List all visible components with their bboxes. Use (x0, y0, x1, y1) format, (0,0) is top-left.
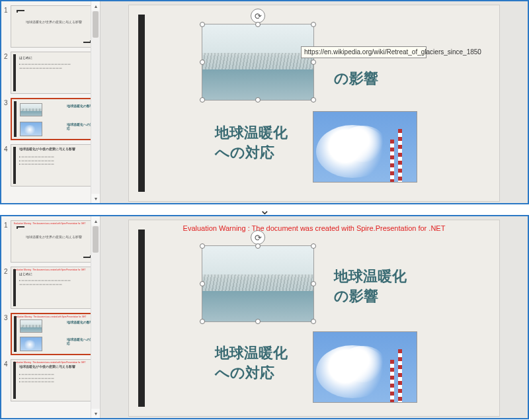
thumbnail-slide: Evaluation Warning : The document was cr… (11, 220, 97, 263)
resize-handle[interactable] (200, 319, 205, 324)
thumbnail-number: 4 (4, 144, 11, 187)
slide-canvas[interactable]: Evaluation Warning : The document was cr… (129, 220, 499, 416)
slide-accent-bar (138, 15, 145, 192)
caption-line: の影響 (334, 288, 378, 304)
thumbnail-number: 1 (4, 5, 11, 48)
thumbnail-warning: Evaluation Warning : The document was cr… (14, 269, 95, 271)
image-glacier-selected[interactable]: ⟳ (202, 245, 314, 322)
resize-handle[interactable] (200, 60, 205, 65)
resize-handle[interactable] (255, 319, 261, 324)
thumbnail-warning: Evaluation Warning : The document was cr… (14, 361, 95, 364)
thumbnail-slide: 地球温暖化が今後の産業に与える影響 • ーーーーーーーーーー• ーーーーーーーー… (11, 144, 97, 187)
caption-line: への対応 (215, 144, 274, 161)
resize-handle[interactable] (255, 97, 261, 103)
scroll-up-icon[interactable]: ▴ (91, 216, 100, 226)
thumbnail-number: 1 (4, 220, 11, 263)
resize-handle[interactable] (311, 319, 316, 324)
chevron-down-icon: ⌄ (0, 204, 529, 215)
resize-handle[interactable] (200, 22, 205, 27)
thumbnail-1[interactable]: 1 地球温暖化が世界の産業に与える影響 (4, 5, 97, 48)
thumbnail-number: 2 (4, 267, 11, 309)
scroll-down-icon[interactable]: ▾ (91, 409, 100, 418)
scroll-down-icon[interactable]: ▾ (91, 194, 100, 203)
resize-handle[interactable] (200, 97, 205, 103)
scroll-thumb[interactable] (93, 226, 99, 253)
caption-line: 地球温暖化 (334, 268, 407, 284)
pane-after: 1 Evaluation Warning : The document was … (0, 215, 529, 419)
caption-line: への対応 (215, 364, 274, 381)
thumbnail-title: 地球温暖化が今後の産業に与える影響 (19, 365, 75, 369)
resize-handle[interactable] (200, 243, 205, 249)
slide-canvas[interactable]: ⟳ https://en.wikipedia.org/wiki/Retreat_… (129, 5, 499, 201)
slide-accent-bar (138, 230, 145, 407)
image-glacier-selected[interactable]: ⟳ (202, 24, 314, 101)
thumbnail-title: はじめに (19, 273, 32, 276)
resize-handle[interactable] (311, 60, 316, 65)
thumbnail-title: はじめに (19, 56, 32, 60)
thumbnail-caption-b: 地球温暖化への対応 (67, 123, 93, 130)
slide-editor[interactable]: Evaluation Warning : The document was cr… (101, 216, 528, 418)
thumbnail-title: 地球温暖化が世界の産業に与える影響 (11, 21, 97, 24)
thumbnail-title: 地球温暖化が今後の産業に与える影響 (19, 147, 75, 151)
thumbnail-slide: 地球温暖化の影響 地球温暖化への対応 (11, 98, 97, 140)
slide-editor[interactable]: ⟳ https://en.wikipedia.org/wiki/Retreat_… (101, 1, 528, 203)
thumbnail-title: 地球温暖化が世界の産業に与える影響 (11, 235, 97, 239)
resize-handle[interactable] (311, 22, 316, 27)
scroll-up-icon[interactable]: ▴ (91, 1, 100, 11)
thumbnail-scrollbar[interactable]: ▴ ▾ (91, 1, 100, 203)
thumbnail-4[interactable]: 4 Evaluation Warning : The document was … (4, 359, 97, 401)
thumbnail-warning: Evaluation Warning : The document was cr… (14, 222, 95, 225)
caption-response[interactable]: 地球温暖化 への対応 (215, 123, 288, 162)
image-smokestack[interactable] (313, 331, 417, 403)
thumbnail-warning: Evaluation Warning : The document was cr… (15, 315, 95, 318)
thumbnail-number: 3 (4, 313, 11, 355)
thumbnail-2[interactable]: 2 Evaluation Warning : The document was … (4, 267, 97, 309)
caption-effect-partial[interactable]: の影響 (334, 69, 378, 89)
resize-handle[interactable] (311, 281, 316, 286)
caption-line: 地球温暖化 (215, 124, 288, 141)
thumbnail-panel: 1 Evaluation Warning : The document was … (1, 216, 101, 418)
thumbnail-number: 4 (4, 359, 11, 401)
resize-handle[interactable] (311, 243, 316, 249)
thumbnail-slide: Evaluation Warning : The document was cr… (11, 313, 97, 355)
thumbnail-caption-a: 地球温暖化の影響 (67, 105, 93, 108)
pane-before: 1 地球温暖化が世界の産業に与える影響 2 はじめに • ーーーーーーーーーーー… (0, 0, 529, 204)
resize-handle[interactable] (255, 243, 261, 249)
resize-handle[interactable] (200, 281, 205, 286)
thumbnail-caption-a: 地球温暖化の影響 (67, 321, 93, 325)
thumbnail-slide: Evaluation Warning : The document was cr… (11, 359, 97, 401)
thumbnail-3[interactable]: 3 地球温暖化の影響 地球温暖化への対応 (4, 98, 97, 140)
hyperlink-tooltip: https://en.wikipedia.org/wiki/Retreat_of… (301, 46, 427, 58)
caption-response[interactable]: 地球温暖化 への対応 (215, 343, 288, 382)
thumbnail-scrollbar[interactable]: ▴ ▾ (91, 216, 100, 418)
thumbnail-slide: はじめに • ーーーーーーーーーーーーーーーーーーーーーーーーーーーー (11, 52, 97, 94)
evaluation-warning: Evaluation Warning : The document was cr… (136, 224, 493, 233)
image-smokestack[interactable] (313, 111, 417, 183)
rotate-handle-icon[interactable]: ⟳ (251, 9, 265, 23)
thumbnail-number: 2 (4, 52, 11, 94)
caption-effect[interactable]: 地球温暖化 の影響 (334, 267, 407, 306)
thumbnail-slide: 地球温暖化が世界の産業に与える影響 (11, 5, 97, 48)
caption-line: 地球温暖化 (215, 345, 288, 361)
thumbnail-panel: 1 地球温暖化が世界の産業に与える影響 2 はじめに • ーーーーーーーーーーー… (1, 1, 101, 203)
thumbnail-3[interactable]: 3 Evaluation Warning : The document was … (4, 313, 97, 355)
thumbnail-2[interactable]: 2 はじめに • ーーーーーーーーーーーーーーーーーーーーーーーーーーーー (4, 52, 97, 94)
resize-handle[interactable] (311, 97, 316, 103)
thumbnail-4[interactable]: 4 地球温暖化が今後の産業に与える影響 • ーーーーーーーーーー• ーーーーーー… (4, 144, 97, 187)
thumbnail-caption-b: 地球温暖化への対応 (67, 338, 93, 345)
resize-handle[interactable] (255, 22, 261, 27)
thumbnail-number: 3 (4, 98, 11, 140)
thumbnail-1[interactable]: 1 Evaluation Warning : The document was … (4, 220, 97, 263)
scroll-thumb[interactable] (93, 11, 99, 38)
thumbnail-slide: Evaluation Warning : The document was cr… (11, 267, 97, 309)
